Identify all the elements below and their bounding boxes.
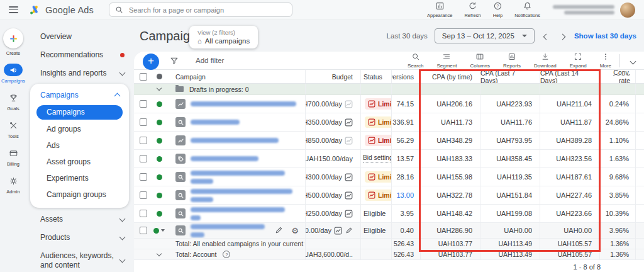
rail-item-goals[interactable]: Goals xyxy=(4,91,23,111)
row-checkbox[interactable] xyxy=(140,155,147,162)
row-checkbox[interactable] xyxy=(140,227,147,234)
column-conv-rate[interactable]: Conv. rate xyxy=(599,70,635,83)
campaign-row[interactable]: UAH700.00/day Limited 74.15 UAH206.16 UA… xyxy=(134,95,644,113)
status-filter-icon[interactable] xyxy=(157,74,162,79)
sidebar-item-insights-and-reports[interactable]: Insights and reports xyxy=(26,64,134,82)
column-cpa-last-14-days[interactable]: CPA (Last 14 Days) xyxy=(540,70,599,83)
campaign-name-link-redacted[interactable] xyxy=(191,155,258,163)
refresh-button[interactable]: Refresh xyxy=(464,1,480,18)
column-status[interactable]: Status xyxy=(360,70,391,83)
chevron-down-icon[interactable] xyxy=(157,86,162,91)
campaign-row[interactable]: UAH850.00/day Limited 56.29 UAH348.29 UA… xyxy=(134,132,644,150)
status-badge-limited[interactable]: Limited xyxy=(365,98,391,110)
cpa-last-14-days-value: UAH11.87 xyxy=(540,113,599,131)
main-menu-icon[interactable] xyxy=(9,6,18,13)
add-campaign-button[interactable]: + xyxy=(143,54,159,70)
shopping-campaign-icon xyxy=(175,154,186,164)
campaign-row[interactable]: UAH300.00/day Limited 28.16 UAH155.98 UA… xyxy=(134,168,644,186)
date-range-picker[interactable]: Sep 13 – Oct 12, 2025 xyxy=(435,28,535,43)
sidebar-item-audiences-keywords-and-content[interactable]: Audiences, keywords, and content xyxy=(26,247,134,272)
account-info[interactable] xyxy=(553,3,635,18)
campaign-name-link-redacted[interactable] xyxy=(191,118,240,127)
sidebar-subitem-asset-groups[interactable]: Asset groups xyxy=(30,154,129,170)
cpa-last-7-days-value: UAH11.76 xyxy=(480,113,540,131)
appearance-button[interactable]: Appearance xyxy=(427,1,452,18)
campaign-name-link-redacted[interactable] xyxy=(191,137,279,145)
drafts-row[interactable]: Drafts in progress: 0 xyxy=(134,84,644,95)
view-chip[interactable]: View (2 filters) ⌂ All campaigns xyxy=(189,26,258,48)
campaign-row[interactable]: ⚙︎ UAH500.00/day Eligible 0.40 UAH286.90… xyxy=(134,223,644,239)
sidebar-item-assets[interactable]: Assets xyxy=(26,210,134,229)
filter-funnel-icon[interactable] xyxy=(170,56,179,65)
notifications-button[interactable]: Notifications xyxy=(514,1,540,18)
sidebar-item-campaigns[interactable]: Campaigns xyxy=(30,86,129,104)
enabled-status-dot[interactable] xyxy=(153,228,159,234)
status-text[interactable]: Bid setting limited xyxy=(363,154,391,163)
campaign-name-link-redacted[interactable] xyxy=(191,187,292,203)
row-checkbox[interactable] xyxy=(140,210,147,217)
rail-item-create[interactable]: Create xyxy=(3,28,23,56)
top-search-box[interactable] xyxy=(109,3,292,17)
chevron-down-icon[interactable] xyxy=(157,251,162,256)
column-campaign[interactable]: Campaign xyxy=(165,70,305,83)
status-badge-limited[interactable]: Limited xyxy=(365,135,391,146)
google-ads-logo[interactable]: Google Ads xyxy=(29,4,94,16)
campaign-row[interactable]: UAH350.00/day Limited 336.91 UAH11.73 UA… xyxy=(134,113,644,132)
status-badge-limited[interactable]: Limited xyxy=(365,116,391,128)
search-input[interactable] xyxy=(128,6,286,14)
megaphone-icon xyxy=(4,64,23,76)
next-period-button[interactable] xyxy=(558,30,567,42)
rail-item-admin[interactable]: Admin xyxy=(4,174,23,195)
toolbar-more-button[interactable]: More xyxy=(600,52,611,69)
status-badge-limited[interactable]: Limited xyxy=(365,190,391,201)
status-badge-limited[interactable]: Limited xyxy=(365,171,391,183)
sidebar-item-recommendations[interactable]: Recommendations xyxy=(26,46,134,64)
sidebar-subitem-ad-groups[interactable]: Ad groups xyxy=(30,121,129,137)
campaign-name-link-redacted[interactable] xyxy=(191,100,296,108)
sidebar-subitem-experiments[interactable]: Experiments xyxy=(30,170,129,186)
toolbar-reports-button[interactable]: Reports xyxy=(503,52,521,69)
row-checkbox[interactable] xyxy=(140,191,147,199)
campaign-name-link-redacted[interactable] xyxy=(191,205,285,222)
toolbar-search-button[interactable]: Search xyxy=(408,52,423,69)
toolbar-segment-button[interactable]: Segment xyxy=(436,52,457,69)
campaign-row[interactable]: UAH250.00/day Eligible 3.95 UAH148.42 UA… xyxy=(134,205,644,223)
sidebar-subitem-campaigns-selected[interactable]: Campaigns xyxy=(36,105,123,120)
column-cpa-by-time[interactable]: CPA (by time) xyxy=(420,70,480,83)
toolbar-expand-button[interactable]: Expand xyxy=(570,52,587,69)
avatar[interactable] xyxy=(620,3,635,18)
rail-item-tools[interactable]: Tools xyxy=(4,119,23,139)
rail-item-campaigns[interactable]: Campaigns xyxy=(1,64,25,84)
collapse-toolbar-button[interactable] xyxy=(628,54,638,68)
sidebar-item-products[interactable]: Products xyxy=(26,229,134,247)
sidebar-subitem-campaign-groups[interactable]: Campaign groups xyxy=(30,186,129,203)
campaign-row[interactable]: UAH500.00/day Limited 13.00 UAH322.78 UA… xyxy=(134,186,644,205)
edit-pencil-icon[interactable] xyxy=(275,226,283,235)
rail-item-billing[interactable]: Billing xyxy=(4,147,23,167)
column-cpa-last-7-days[interactable]: CPA (Last 7 Days) xyxy=(480,70,540,83)
row-checkbox[interactable] xyxy=(140,137,147,144)
settings-gear-icon[interactable]: ⚙︎ xyxy=(291,227,299,235)
prev-period-button[interactable] xyxy=(541,30,551,42)
info-icon[interactable]: ? xyxy=(223,251,230,258)
column-budget[interactable]: Budget xyxy=(305,70,360,83)
conversions-value[interactable]: 13.00 xyxy=(391,186,420,204)
toolbar-columns-button[interactable]: Columns xyxy=(470,52,490,69)
add-filter-button[interactable]: Add filter xyxy=(196,57,224,64)
campaign-row[interactable]: UAH150.00/day Bid setting limited 13.57 … xyxy=(134,150,644,168)
date-preset-label: Last 30 days xyxy=(387,32,428,40)
row-checkbox[interactable] xyxy=(140,173,147,181)
campaign-name-link-redacted[interactable] xyxy=(191,169,285,185)
sidebar-subitem-ads[interactable]: Ads xyxy=(30,137,129,154)
campaign-name-link-redacted[interactable] xyxy=(191,223,265,238)
row-checkbox[interactable] xyxy=(140,100,147,108)
select-all-checkbox[interactable] xyxy=(140,73,147,81)
totals-label: Total: Account? xyxy=(165,249,305,259)
column-conversions[interactable]: Conversions xyxy=(391,70,420,83)
show-last-30-days-link[interactable]: Show last 30 days xyxy=(574,32,636,40)
sidebar-item-overview[interactable]: Overview xyxy=(26,28,134,46)
help-button[interactable]: ?Help xyxy=(493,1,502,18)
edit-budget-icon[interactable] xyxy=(345,227,353,234)
row-checkbox[interactable] xyxy=(140,118,147,126)
toolbar-download-button[interactable]: Download xyxy=(534,52,557,69)
